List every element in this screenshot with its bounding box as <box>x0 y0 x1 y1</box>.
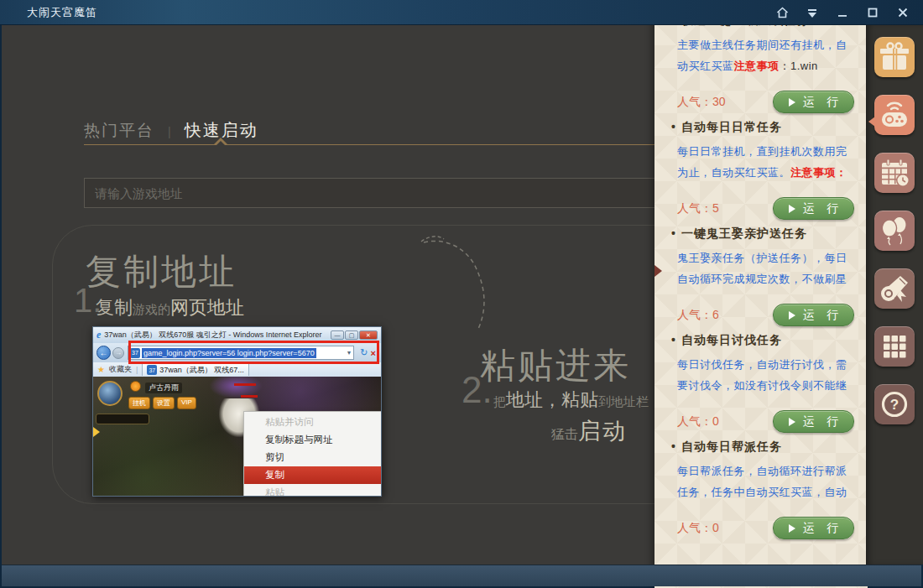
task-title: •一键鬼王娶亲护送任务 <box>671 226 856 242</box>
task-title: •自动每日日常任务 <box>671 120 856 135</box>
context-menu-item: 复制 <box>244 466 381 484</box>
step1-heading: 复制地址 <box>86 248 237 295</box>
minimize-icon[interactable] <box>834 4 851 21</box>
sidebar-icon-rail: ? <box>866 25 923 565</box>
apps-grid-icon[interactable] <box>874 326 915 367</box>
player-name: 卢古丹雨 <box>145 382 182 393</box>
task-panel: •极速一键50级主线任务主要做主线任务期间还有挂机，自动买红买蓝注意事项：1.w… <box>654 0 868 588</box>
side-arrow-icon <box>93 427 100 437</box>
task-footer: 人气：30运 行 <box>677 91 854 113</box>
step2-description: 把 地址 ， 粘贴 到地址栏 <box>493 388 649 413</box>
context-menu-item: 复制标题与网址 <box>244 431 381 449</box>
browser-title: 37wan（武易） 双线670服 魂引之灯 - Windows Internet… <box>104 330 327 341</box>
run-button-label: 运 行 <box>803 95 842 110</box>
context-menu: 粘贴并访问复制标题与网址剪切复制粘贴全选 <box>243 411 381 496</box>
scroll-icon[interactable] <box>874 268 915 309</box>
play-icon <box>789 205 795 213</box>
stop-icon: × <box>371 348 376 358</box>
game-viewport: 卢古丹雨 挂机设置VIP 梦霞你达到 10级 粘贴并访问复制标题与网址剪切复制粘… <box>93 377 381 496</box>
game-address-input[interactable] <box>84 178 671 208</box>
browser-screenshot: e 37wan（武易） 双线670服 魂引之灯 - Windows Intern… <box>92 326 382 497</box>
step1-description: 复制 游戏的 网页地址 <box>96 295 244 320</box>
task-footer: 人气：6运 行 <box>677 304 854 326</box>
task-list: •极速一键50级主线任务主要做主线任务期间还有挂机，自动买红买蓝注意事项：1.w… <box>654 0 868 588</box>
play-icon <box>789 524 795 533</box>
skin-menu-icon[interactable] <box>804 4 821 21</box>
task-item: •一键鬼王娶亲护送任务鬼王娶亲任务（护送任务），每日自动循环完成规定次数，不做刷… <box>671 226 856 333</box>
popularity-count: 人气：5 <box>677 201 719 216</box>
run-button[interactable]: 运 行 <box>773 197 854 220</box>
bullet-icon: • <box>671 226 676 240</box>
browser-maximize-icon: ▢ <box>345 330 358 340</box>
task-item: •极速一键50级主线任务主要做主线任务期间还有挂机，自动买红买蓝注意事项：1.w… <box>671 13 856 120</box>
description-segment: 鬼王娶亲任务（护送任务），每日自动循环完成规定次数，不做刷星 <box>677 252 847 285</box>
run-button[interactable]: 运 行 <box>773 304 854 326</box>
browser-back-icon: ← <box>96 346 111 360</box>
app-title: 大闹天宫魔笛 <box>27 5 97 20</box>
app-window: 大闹天宫魔笛 热门平台 | 快速启动 <box>0 0 923 588</box>
run-button[interactable]: 运 行 <box>773 517 854 539</box>
context-menu-item: 剪切 <box>244 449 381 466</box>
task-description: 鬼王娶亲任务（护送任务），每日自动循环完成规定次数，不做刷星 <box>671 247 856 289</box>
gamepad-icon[interactable] <box>874 95 915 135</box>
task-item: •自动每日帮派任务每日帮派任务，自动循环进行帮派任务，任务中自动买红买蓝，自动人… <box>671 440 856 546</box>
title-bar: 大闹天宫魔笛 <box>0 0 923 25</box>
run-button[interactable]: 运 行 <box>773 91 854 113</box>
address-url-selected: game_login.php?server=56 login.php?serve… <box>142 348 316 358</box>
browser-tab-label: 37wan（武易） 双线67... <box>159 365 244 376</box>
address-dropdown-icon: ▼ <box>346 350 352 356</box>
step2-heading: 粘贴进来 <box>480 342 631 389</box>
popularity-count: 人气：30 <box>677 95 726 110</box>
task-footer: 人气：0运 行 <box>677 410 854 433</box>
tab-separator: | <box>168 125 171 138</box>
task-title: •自动每日帮派任务 <box>671 440 856 455</box>
step2-number: 2. <box>462 369 493 411</box>
home-icon[interactable] <box>774 4 790 21</box>
description-segment: 每日讨伐任务，自动进行讨伐，需要讨伐令，如没有讨伐令则不能继 <box>677 358 847 392</box>
play-icon <box>789 98 795 107</box>
help-icon[interactable]: ? <box>874 384 915 424</box>
balloons-icon[interactable] <box>874 211 915 251</box>
site-favicon: 37 <box>130 348 140 358</box>
maximize-icon[interactable] <box>864 4 881 21</box>
context-menu-item: 粘贴并访问 <box>244 414 381 431</box>
hp-bar <box>241 395 258 398</box>
play-icon <box>789 311 795 320</box>
tab-hot-platforms[interactable]: 热门平台 <box>84 120 154 142</box>
step2-action: 猛击 启动 <box>551 416 627 446</box>
popularity-count: 人气：0 <box>677 521 719 536</box>
status-bar <box>2 565 921 586</box>
task-title: •自动每日讨伐任务 <box>671 333 856 348</box>
bullet-icon: • <box>671 120 676 133</box>
run-button-label: 运 行 <box>803 308 842 323</box>
hp-bar <box>234 383 256 386</box>
gift-icon[interactable] <box>874 37 915 77</box>
player-avatar <box>97 381 123 406</box>
refresh-icon: ↻ <box>360 347 368 358</box>
game-button: VIP <box>177 397 196 409</box>
calendar-clock-icon[interactable] <box>874 153 915 193</box>
bullet-icon: • <box>671 440 676 453</box>
run-button-label: 运 行 <box>803 521 842 536</box>
task-item: •自动每日日常任务每日日常挂机，直到挂机次数用完为止，自动买红买蓝。注意事项：人… <box>671 120 856 226</box>
task-footer: 人气：0运 行 <box>677 517 854 539</box>
player-badge-icon <box>130 381 141 392</box>
popularity-count: 人气：0 <box>677 414 719 429</box>
description-segment: 注意事项： <box>790 166 847 179</box>
game-buttons: 挂机设置VIP <box>128 397 196 409</box>
svg-text:?: ? <box>890 397 899 413</box>
browser-favorites-bar: ★ 收藏夹 | 37 37wan（武易） 双线67... <box>93 362 381 377</box>
task-description: 每日日常挂机，直到挂机次数用完为止，自动买红买蓝。注意事项： <box>671 141 856 183</box>
browser-window-buttons: — ▢ ✕ <box>331 330 378 340</box>
browser-nav-bar: ← → 37 game_login.php?server=56 login.ph… <box>93 343 381 362</box>
run-button[interactable]: 运 行 <box>773 410 854 433</box>
close-icon[interactable] <box>894 4 911 21</box>
bullet-icon: • <box>671 333 676 346</box>
task-footer: 人气：5运 行 <box>677 197 854 220</box>
description-segment: ：1.win <box>780 60 818 72</box>
browser-forward-icon: → <box>112 347 124 359</box>
game-button: 挂机 <box>128 397 150 409</box>
window-controls <box>774 4 911 21</box>
tab-underline <box>84 144 671 145</box>
description-segment: 每日帮派任务，自动循环进行帮派任务，任务中自动买红买蓝，自动 <box>677 465 847 498</box>
